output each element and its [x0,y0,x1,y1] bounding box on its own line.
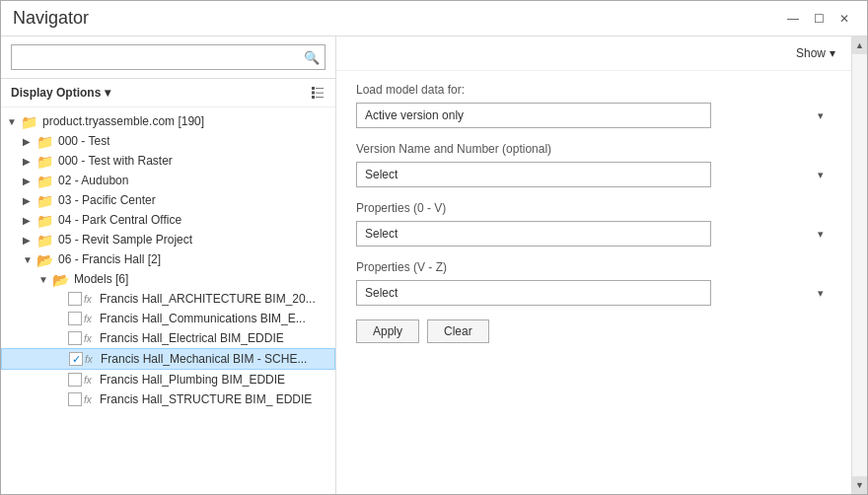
navigator-window: Navigator — ☐ ✕ 🔍 Display Options ▾ [0,0,868,495]
folder-models: 📂 [52,272,70,286]
arrow-000-raster: ▶ [23,156,36,167]
checkbox-comm[interactable] [68,312,82,325]
tree-item-models[interactable]: ▼ 📂 Models [6] [1,269,335,289]
label-02-audubon: 02 - Audubon [58,174,128,187]
show-area: Show ▾ [336,36,851,71]
arrow-000-test: ▶ [23,136,36,147]
tree-root[interactable]: ▼ 📁 product.tryassemble.com [190] [1,111,335,131]
show-button[interactable]: Show ▾ [788,42,843,64]
tree-item-000-raster[interactable]: ▶ 📁 000 - Test with Raster [1,151,335,171]
root-folder-icon: 📁 [21,114,38,128]
tree-item-05-revit[interactable]: ▶ 📁 05 - Revit Sample Project [1,230,335,249]
display-options-label: Display Options [11,86,101,100]
properties-0v-dropdown-arrow: ▾ [818,228,824,241]
version-name-dropdown-arrow: ▾ [818,169,824,181]
main-content: 🔍 Display Options ▾ [1,36,867,494]
fx-icon-struct: fx [84,394,100,405]
display-options-arrow: ▾ [105,86,110,100]
title-bar: Navigator — ☐ ✕ [1,1,867,36]
title-bar-left: Navigator [13,8,89,29]
arrow-04-park: ▶ [23,215,36,226]
version-dropdown[interactable]: Active version only All versions [356,103,711,128]
scroll-down-button[interactable]: ▼ [852,476,868,494]
label-03-pacific: 03 - Pacific Center [58,193,156,207]
arrow-05-revit: ▶ [23,235,36,246]
right-scrollbar: ▲ ▼ [851,36,867,494]
minimize-button[interactable]: — [782,8,804,30]
svg-rect-5 [316,97,324,98]
svg-rect-2 [312,96,315,99]
root-label: product.tryassemble.com [190] [42,114,204,128]
right-panel-inner: Show ▾ Load model data for: Active versi… [336,36,867,494]
fx-icon-mech: fx [85,354,101,365]
label-struct: Francis Hall_STRUCTURE BIM_ EDDIE [100,392,312,406]
properties-vz-label: Properties (V - Z) [356,260,832,274]
tree-item-arch[interactable]: fx Francis Hall_ARCHITECTURE BIM_20... [1,289,335,309]
folder-06-francis: 📂 [36,252,54,266]
search-wrapper: 🔍 [11,44,326,70]
version-dropdown-wrapper: Active version only All versions ▾ [356,103,832,128]
label-04-park: 04 - Park Central Office [58,213,181,227]
svg-rect-1 [312,92,315,95]
label-plumb: Francis Hall_Plumbing BIM_EDDIE [100,373,285,387]
clear-button[interactable]: Clear [427,319,489,343]
window-title: Navigator [13,8,89,29]
checkbox-elec[interactable] [68,331,82,345]
version-name-dropdown[interactable]: Select [356,162,711,187]
fx-icon-comm: fx [84,314,100,324]
show-label: Show [796,46,826,60]
display-options-button[interactable]: Display Options ▾ [11,86,110,100]
settings-icon-button[interactable] [310,85,326,101]
folder-05-revit: 📁 [36,233,54,247]
tree-item-000-test[interactable]: ▶ 📁 000 - Test [1,131,335,151]
fx-icon-elec: fx [84,333,100,344]
checkmark-mech: ✓ [72,353,81,366]
label-mech: Francis Hall_Mechanical BIM - SCHE... [101,352,307,366]
label-000-raster: 000 - Test with Raster [58,154,173,168]
tree-item-06-francis[interactable]: ▼ 📂 06 - Francis Hall [2] [1,249,335,269]
right-panel: Show ▾ Load model data for: Active versi… [336,36,867,494]
tree-item-elec[interactable]: fx Francis Hall_Electrical BIM_EDDIE [1,328,335,348]
checkbox-struct[interactable] [68,392,82,406]
folder-000-test: 📁 [36,134,54,148]
tree-item-02-audubon[interactable]: ▶ 📁 02 - Audubon [1,171,335,190]
label-elec: Francis Hall_Electrical BIM_EDDIE [100,331,284,345]
properties-vz-dropdown[interactable]: Select [356,280,711,306]
tree-item-plumb[interactable]: fx Francis Hall_Plumbing BIM_EDDIE [1,370,335,389]
fx-icon-plumb: fx [84,375,100,386]
folder-03-pacific: 📁 [36,193,54,207]
search-input[interactable] [11,44,326,70]
arrow-06-francis: ▼ [23,254,36,265]
scroll-up-button[interactable]: ▲ [852,36,868,54]
arrow-03-pacific: ▶ [23,195,36,206]
display-options-bar: Display Options ▾ [1,79,335,107]
properties-0v-dropdown[interactable]: Select [356,221,711,247]
tree-item-04-park[interactable]: ▶ 📁 04 - Park Central Office [1,210,335,230]
title-controls: — ☐ ✕ [782,8,855,30]
svg-rect-4 [316,93,324,94]
search-bar: 🔍 [1,36,335,79]
checkbox-plumb[interactable] [68,373,82,387]
label-05-revit: 05 - Revit Sample Project [58,233,192,247]
svg-rect-3 [316,88,324,89]
tree-item-03-pacific[interactable]: ▶ 📁 03 - Pacific Center [1,190,335,210]
tree-item-comm[interactable]: fx Francis Hall_Communications BIM_E... [1,309,335,328]
tree-container[interactable]: ▼ 📁 product.tryassemble.com [190] ▶ 📁 00… [1,107,335,494]
apply-button[interactable]: Apply [356,319,419,343]
version-name-dropdown-wrapper: Select ▾ [356,162,832,187]
show-chevron: ▾ [830,46,835,60]
checkbox-arch[interactable] [68,292,82,306]
label-000-test: 000 - Test [58,134,109,148]
maximize-button[interactable]: ☐ [808,8,830,30]
properties-vz-dropdown-wrapper: Select ▾ [356,280,832,306]
checkbox-mech[interactable]: ✓ [69,352,83,366]
folder-02-audubon: 📁 [36,174,54,187]
fx-icon-arch: fx [84,294,100,305]
properties-0v-dropdown-wrapper: Select ▾ [356,221,832,247]
label-models: Models [6] [74,272,128,286]
close-button[interactable]: ✕ [833,8,855,30]
folder-000-raster: 📁 [36,154,54,168]
properties-0v-label: Properties (0 - V) [356,201,832,215]
tree-item-struct[interactable]: fx Francis Hall_STRUCTURE BIM_ EDDIE [1,389,335,409]
tree-item-mech[interactable]: ✓ fx Francis Hall_Mechanical BIM - SCHE.… [1,348,335,370]
